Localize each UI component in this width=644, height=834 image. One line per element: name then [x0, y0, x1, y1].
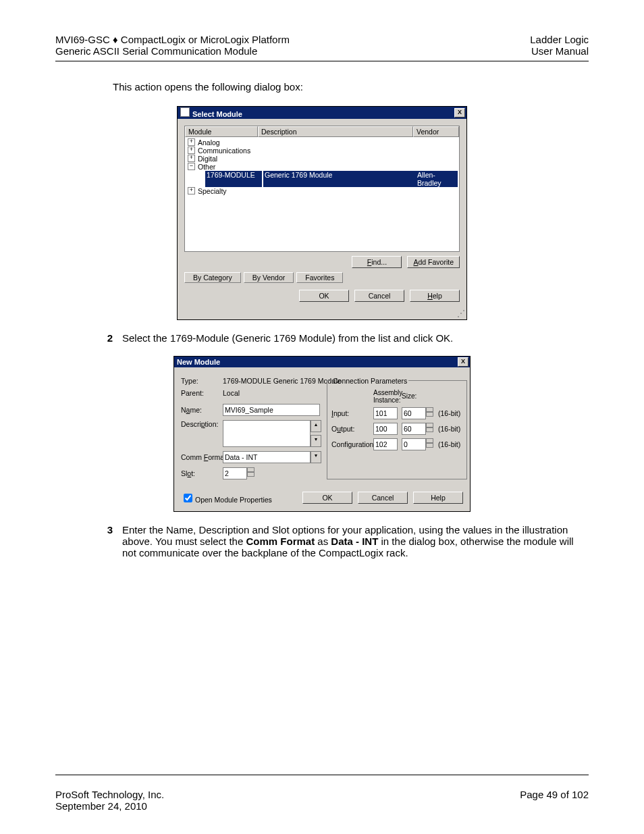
header-right-1: Ladder Logic [530, 34, 589, 45]
tree-item-analog[interactable]: +Analog [186, 138, 458, 147]
collapse-icon[interactable]: − [188, 163, 195, 170]
config-unit: (16-bit) [438, 440, 462, 448]
select-module-dialog: Select Module X Module Description Vendo… [177, 106, 467, 320]
input-unit: (16-bit) [438, 409, 462, 417]
ok-button[interactable]: OK [299, 290, 349, 302]
step-2-text: Select the 1769-Module (Generic 1769 Mod… [122, 332, 589, 344]
col-module[interactable]: Module [185, 126, 258, 137]
col-vendor[interactable]: Vendor [413, 126, 459, 137]
expand-icon[interactable]: + [188, 147, 195, 154]
module-tree[interactable]: Module Description Vendor +Analog +Commu… [184, 126, 460, 252]
config-size[interactable]: 0 [402, 438, 426, 450]
assembly-header: AssemblyInstance: [373, 389, 400, 404]
output-label: Output: [331, 425, 372, 433]
parent-label: Parent: [181, 389, 220, 397]
footer-date: September 24, 2010 [55, 800, 164, 812]
checkbox-input[interactable] [184, 494, 192, 502]
tree-item-desc: Generic 1769 Module [263, 171, 416, 187]
tree-item-1769-module[interactable]: 1769-MODULE [205, 171, 262, 187]
step-number: 3 [92, 524, 113, 558]
output-instance[interactable]: 100 [373, 423, 398, 435]
expand-icon[interactable]: + [188, 187, 195, 194]
page-footer: ProSoft Technology, Inc. September 24, 2… [55, 789, 589, 812]
close-icon[interactable]: X [454, 108, 465, 118]
input-instance[interactable]: 101 [373, 407, 398, 419]
output-size[interactable]: 60 [402, 423, 426, 435]
comm-format-select[interactable]: Data - INT [223, 451, 311, 463]
cancel-button[interactable]: Cancel [358, 492, 408, 504]
parent-value: Local [223, 389, 324, 397]
slot-spinner[interactable] [247, 467, 254, 478]
scroll-up-icon[interactable]: ▴ [311, 420, 321, 432]
dialog-title: Select Module [192, 110, 242, 118]
header-right-2: User Manual [530, 45, 589, 57]
dialog-titlebar[interactable]: New Module X [174, 357, 470, 367]
name-label: Name: [181, 406, 220, 414]
ok-button[interactable]: OK [302, 492, 352, 504]
step-number: 2 [92, 332, 113, 344]
intro-text: This action opens the following dialog b… [113, 80, 589, 94]
footer-rule [55, 775, 589, 775]
type-value: 1769-MODULE Generic 1769 Module [223, 377, 324, 385]
connection-parameters-group: Connection Parameters AssemblyInstance: … [327, 377, 467, 479]
tree-item-other[interactable]: −Other [186, 163, 458, 171]
scroll-down-icon[interactable]: ▾ [311, 435, 321, 447]
new-module-dialog: New Module X Type: 1769-MODULE Generic 1… [173, 356, 471, 512]
add-favorite-button[interactable]: Add Favorite [407, 256, 460, 268]
dialog-titlebar[interactable]: Select Module X [178, 107, 466, 119]
description-input[interactable] [223, 420, 311, 447]
col-description[interactable]: Description [258, 126, 413, 137]
slot-input[interactable]: 2 [223, 467, 247, 479]
tree-item-digital[interactable]: +Digital [186, 155, 458, 163]
close-icon[interactable]: X [458, 357, 468, 367]
dialog-icon [180, 107, 190, 117]
footer-page: Page 49 of 102 [520, 789, 589, 812]
spinner[interactable] [426, 423, 433, 434]
header-left-2: Generic ASCII Serial Communication Modul… [55, 45, 290, 57]
spinner[interactable] [426, 407, 433, 418]
spinner[interactable] [426, 438, 433, 449]
type-label: Type: [181, 377, 220, 385]
expand-icon[interactable]: + [188, 138, 195, 146]
tree-item-communications[interactable]: +Communications [186, 147, 458, 155]
tab-favorites[interactable]: Favorites [296, 272, 343, 283]
resize-grip-icon[interactable]: ⋰ [178, 309, 466, 319]
chevron-down-icon[interactable]: ▾ [311, 451, 321, 463]
input-size[interactable]: 60 [402, 407, 426, 419]
slot-label: Slot: [181, 469, 220, 477]
footer-company: ProSoft Technology, Inc. [55, 789, 164, 800]
description-label: Description: [181, 420, 220, 428]
output-unit: (16-bit) [438, 425, 462, 433]
expand-icon[interactable]: + [188, 155, 195, 162]
size-header: Size: [402, 392, 437, 400]
header-rule [55, 61, 589, 61]
tree-item-specialty[interactable]: +Specialty [186, 187, 458, 195]
dialog-title: New Module [177, 358, 220, 366]
config-instance[interactable]: 102 [373, 438, 398, 450]
open-module-properties-checkbox[interactable]: Open Module Properties [181, 492, 272, 504]
tree-item-vendor: Allen-Bradley [416, 171, 458, 187]
cancel-button[interactable]: Cancel [354, 290, 404, 302]
find-button[interactable]: FFind...ind... [352, 256, 402, 268]
step-3-text: Enter the Name, Description and Slot opt… [122, 524, 589, 558]
help-button[interactable]: Help [413, 492, 463, 504]
input-label: Input: [331, 409, 372, 417]
configuration-label: Configuration: [331, 440, 372, 448]
header-left-1: MVI69-GSC ♦ CompactLogix or MicroLogix P… [55, 34, 290, 45]
name-input[interactable]: MVI69_Sample [223, 404, 320, 416]
tab-by-category[interactable]: By Category [184, 272, 241, 283]
tab-by-vendor[interactable]: By Vendor [244, 272, 294, 283]
comm-format-label: Comm Format: [181, 453, 220, 461]
connection-parameters-legend: Connection Parameters [331, 377, 408, 385]
help-button[interactable]: Help [410, 290, 460, 302]
page-header: MVI69-GSC ♦ CompactLogix or MicroLogix P… [55, 34, 589, 57]
